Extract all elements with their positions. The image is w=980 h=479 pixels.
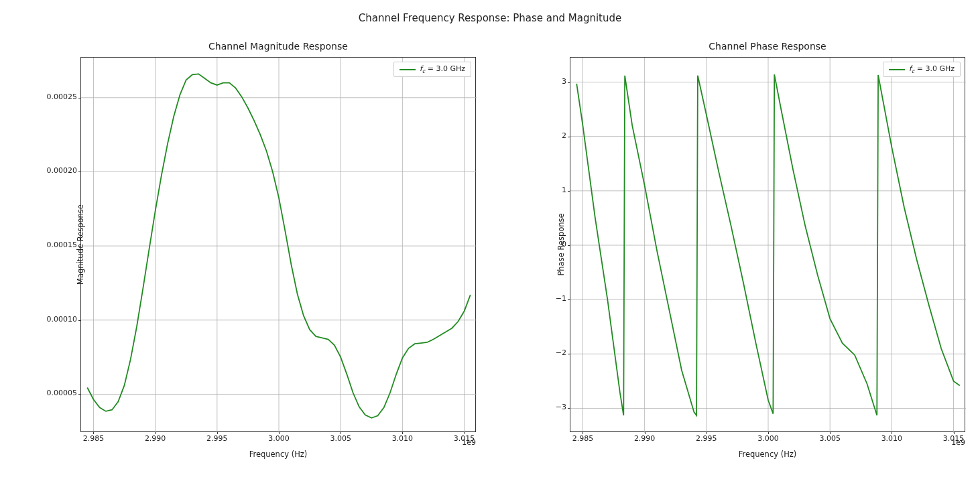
x-tick-label: 2.990 [634,434,656,443]
figure-suptitle: Channel Frequency Response: Phase and Ma… [0,12,980,24]
subplot-phase: Channel Phase Response fc = 3.0 GHz 2.98… [570,57,965,432]
grid-lines [570,58,966,433]
subplot-title: Channel Magnitude Response [80,41,476,52]
x-tick-label: 3.000 [268,434,290,443]
legend-label: fc = 3.0 GHz [909,64,955,74]
legend: fc = 3.0 GHz [393,62,471,77]
y-tick-mark [78,320,81,321]
plot-area: fc = 3.0 GHz 2.9852.9902.9953.0003.0053.… [570,57,965,432]
x-tick-label: 2.995 [696,434,717,443]
x-tick-label: 2.985 [83,434,105,443]
legend: fc = 3.0 GHz [883,62,961,77]
y-tick-label: −3 [556,403,566,411]
y-tick-label: 0.00020 [47,166,78,175]
y-tick-label: −2 [556,348,566,357]
y-tick-label: 0.00015 [47,241,78,249]
legend-label: fc = 3.0 GHz [420,64,465,74]
x-axis-label: Frequency (Hz) [570,450,965,459]
x-tick-label: 3.005 [819,434,841,443]
plot-svg [570,58,966,433]
x-axis-label: Frequency (Hz) [80,450,476,459]
y-tick-label: 0.00005 [47,389,78,397]
y-tick-label: −1 [556,294,566,303]
figure: Channel Frequency Response: Phase and Ma… [0,0,980,479]
y-tick-mark [568,191,570,192]
x-tick-label: 2.985 [572,434,594,443]
x-axis-offset: 1e9 [462,438,476,447]
x-tick-label: 3.010 [392,434,414,443]
plot-svg [81,58,477,433]
x-tick-label: 3.005 [330,434,351,443]
y-tick-mark [568,408,570,409]
y-tick-mark [568,354,570,354]
y-tick-label: 3 [562,76,566,85]
y-tick-label: 0.00010 [47,314,78,323]
x-axis-offset: 1e9 [951,438,965,447]
y-tick-mark [78,172,81,172]
y-tick-label: 2 [562,131,566,139]
legend-swatch [400,69,416,70]
y-tick-label: 0.00025 [47,92,78,100]
x-tick-label: 3.000 [757,434,779,443]
y-tick-mark [568,245,570,246]
subplot-magnitude: Channel Magnitude Response fc = 3.0 GHz … [80,57,476,432]
y-tick-mark [568,82,570,83]
y-tick-mark [78,98,81,98]
y-axis-label: Phase Response [556,213,566,275]
legend-swatch [889,69,905,70]
x-tick-label: 2.995 [206,434,228,443]
grid-lines [81,58,477,433]
y-axis-label: Magnitude Response [76,204,85,285]
y-tick-mark [568,137,570,137]
x-tick-label: 2.990 [145,434,166,443]
subplot-title: Channel Phase Response [570,41,965,52]
x-tick-label: 3.010 [881,434,903,443]
y-tick-mark [568,299,570,300]
plot-area: fc = 3.0 GHz 2.9852.9902.9953.0003.0053.… [80,57,476,432]
y-tick-mark [78,394,81,395]
y-tick-label: 1 [562,185,566,194]
